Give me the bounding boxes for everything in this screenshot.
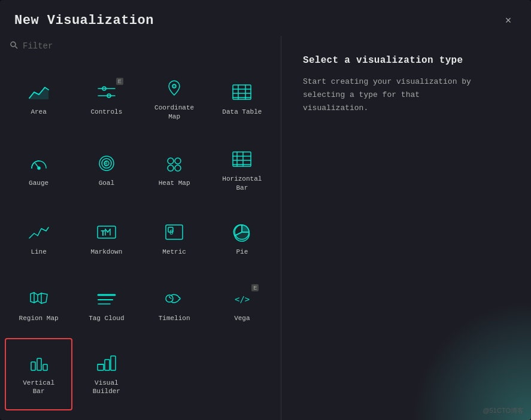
vertical-bar-label: VerticalBar	[23, 379, 54, 396]
vega-icon: </> E	[230, 288, 254, 309]
data-table-icon	[230, 81, 254, 103]
svg-rect-54	[105, 360, 110, 370]
viz-item-line[interactable]: Line	[5, 206, 72, 272]
svg-rect-50	[31, 362, 35, 370]
vega-label: Vega	[234, 314, 250, 322]
left-panel: Area E Controls	[0, 36, 281, 420]
svg-text:T: T	[101, 229, 105, 238]
data-table-label: Data Table	[222, 108, 262, 116]
horizontal-bar-icon	[230, 148, 254, 170]
svg-point-0	[11, 42, 16, 47]
svg-line-1	[16, 47, 18, 49]
goal-label: Goal	[99, 179, 114, 187]
region-map-label: Region Map	[19, 314, 59, 322]
viz-item-region-map[interactable]: Region Map	[5, 272, 72, 338]
svg-rect-52	[43, 364, 47, 370]
svg-point-21	[175, 158, 181, 164]
heat-map-label: Heat Map	[159, 179, 190, 187]
viz-item-markdown[interactable]: T Markdown	[72, 206, 140, 272]
timelion-icon	[162, 288, 186, 309]
vertical-bar-icon	[27, 352, 51, 374]
svg-line-48	[169, 297, 171, 299]
viz-item-pie[interactable]: Pie	[208, 206, 276, 272]
dialog-body: Area E Controls	[0, 36, 531, 420]
svg-rect-51	[37, 358, 41, 370]
area-icon	[27, 81, 51, 103]
right-panel-description: Start creating your visualization bysele…	[303, 75, 483, 115]
region-map-icon	[27, 288, 51, 309]
dialog-title: New Visualization	[14, 13, 154, 28]
timelion-label: Timelion	[159, 314, 190, 322]
viz-item-metric[interactable]: 8 Metric	[141, 206, 208, 272]
viz-item-heat-map[interactable]: Heat Map	[141, 135, 208, 206]
vega-badge: E	[251, 284, 259, 291]
svg-point-46	[166, 295, 173, 302]
viz-item-gauge[interactable]: Gauge	[5, 135, 72, 206]
filter-bar	[0, 36, 281, 59]
controls-label: Controls	[90, 108, 122, 116]
viz-item-vertical-bar[interactable]: VerticalBar	[5, 338, 72, 410]
svg-text:</>: </>	[235, 294, 250, 304]
visual-builder-icon	[95, 352, 119, 374]
viz-item-tag-cloud[interactable]: Tag Cloud	[72, 272, 140, 338]
svg-text:8: 8	[169, 229, 174, 236]
svg-text:8: 8	[104, 161, 108, 168]
svg-rect-53	[98, 364, 104, 370]
viz-item-goal[interactable]: 8 Goal	[72, 135, 140, 206]
svg-marker-2	[29, 87, 48, 99]
area-label: Area	[31, 108, 46, 116]
controls-badge: E	[116, 78, 123, 85]
viz-item-horizontal-bar[interactable]: HorizontalBar	[208, 135, 276, 206]
viz-item-coordinate-map[interactable]: CoordinateMap	[141, 63, 208, 135]
horizontal-bar-label: HorizontalBar	[222, 175, 262, 192]
coordinate-map-icon	[162, 77, 186, 99]
viz-item-data-table[interactable]: Data Table	[208, 63, 276, 135]
tag-cloud-icon	[95, 288, 119, 309]
viz-item-area[interactable]: Area	[5, 63, 72, 135]
svg-point-22	[168, 165, 174, 171]
gauge-label: Gauge	[29, 179, 48, 187]
svg-rect-55	[111, 356, 116, 370]
svg-point-23	[175, 165, 181, 171]
svg-point-7	[172, 84, 176, 88]
line-icon	[27, 221, 51, 243]
watermark: @51CTO博客	[483, 406, 524, 415]
gauge-icon	[27, 153, 51, 174]
visual-builder-label: VisualBuilder	[93, 379, 120, 396]
dialog-header: New Visualization ×	[0, 0, 531, 36]
pie-icon	[230, 221, 254, 243]
viz-item-controls[interactable]: E Controls	[72, 63, 140, 135]
visualization-grid: Area E Controls	[0, 59, 281, 420]
markdown-icon: T	[95, 221, 119, 243]
goal-icon: 8	[95, 153, 119, 174]
right-panel: Select a visualization type Start creati…	[281, 36, 531, 420]
search-icon	[10, 41, 18, 51]
new-visualization-dialog: New Visualization ×	[0, 0, 531, 420]
svg-point-20	[168, 158, 174, 164]
line-label: Line	[31, 248, 46, 256]
controls-icon: E	[95, 81, 119, 103]
viz-item-timelion[interactable]: Timelion	[141, 272, 208, 338]
right-panel-title: Select a visualization type	[303, 55, 509, 66]
filter-input[interactable]	[23, 41, 271, 51]
viz-item-vega[interactable]: </> E Vega	[208, 272, 276, 338]
heat-map-icon	[162, 153, 186, 174]
modal-overlay: New Visualization ×	[0, 0, 531, 420]
close-button[interactable]: ×	[500, 12, 517, 29]
pie-label: Pie	[236, 248, 248, 256]
markdown-label: Markdown	[90, 248, 122, 256]
svg-point-15	[38, 167, 40, 169]
coordinate-map-label: CoordinateMap	[154, 104, 194, 121]
viz-item-visual-builder[interactable]: VisualBuilder	[72, 338, 140, 410]
metric-icon: 8	[162, 221, 186, 243]
tag-cloud-label: Tag Cloud	[89, 314, 124, 322]
metric-label: Metric	[162, 248, 186, 256]
